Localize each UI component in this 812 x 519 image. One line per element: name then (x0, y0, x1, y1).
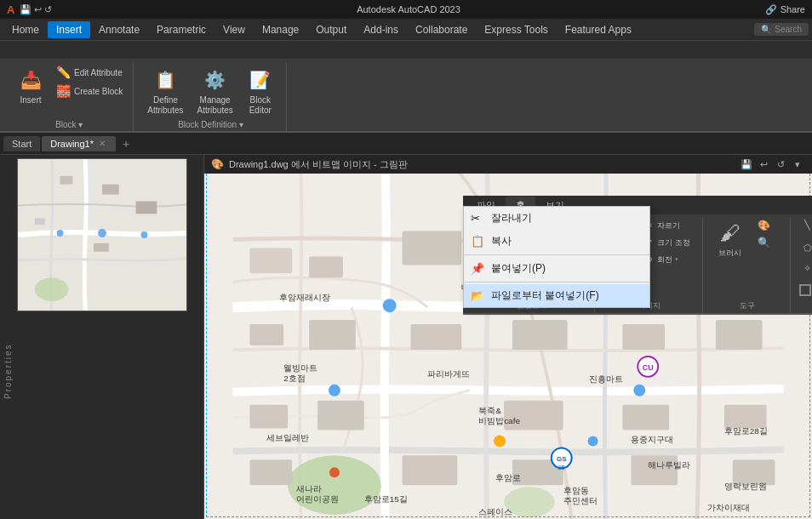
svg-rect-22 (512, 320, 568, 350)
insert-icon: 📥 (17, 66, 44, 94)
menu-parametric[interactable]: Parametric (148, 21, 214, 38)
menu-manage[interactable]: Manage (254, 21, 307, 38)
brush-button[interactable]: 🖌 브러시 (712, 218, 749, 260)
edit-attr-label: Edit Attribute (74, 68, 123, 78)
map-thumbnail (17, 158, 187, 311)
share-button[interactable]: 🔗 Share (765, 4, 805, 15)
tab-start-label: Start (12, 139, 31, 149)
svg-text:CU: CU (643, 363, 654, 372)
tools-group-label: 도구 (712, 300, 783, 313)
title-bar: A 💾 ↩ ↺ Autodesk AutoCAD 2023 🔗 Share (0, 0, 812, 19)
ctx-paste-label: 붙여넣기(P) (491, 261, 546, 276)
svg-rect-25 (249, 405, 288, 429)
tool1-button[interactable]: 🎨 (752, 218, 783, 233)
svg-point-41 (588, 436, 598, 446)
svg-text:가차이재대: 가차이재대 (707, 503, 750, 512)
svg-text:어린이공원: 어린이공원 (296, 494, 339, 504)
ctx-separator1 (464, 254, 649, 255)
ctx-cut-icon: ✂ (471, 212, 480, 225)
redo-icon[interactable]: ↺ (44, 4, 52, 15)
svg-point-38 (329, 385, 340, 396)
ctx-copy-label: 복사 (491, 234, 512, 248)
menu-collaborate[interactable]: Collaborate (407, 21, 476, 38)
shapes-row1: ╲ 〜 ▭ □ △ (799, 218, 812, 234)
tab-drawing1[interactable]: Drawing1* ✕ (42, 136, 116, 151)
insert-label: Insert (20, 95, 41, 106)
menu-view[interactable]: View (214, 21, 254, 38)
save-title-icon[interactable]: 💾 (739, 157, 754, 172)
new-tab-button[interactable]: + (117, 135, 134, 152)
tool2-icon: 🔍 (758, 237, 770, 248)
outline-preview (799, 284, 811, 296)
menu-search[interactable]: 🔍 Search (754, 23, 809, 36)
shapes-group-label: 도형 (799, 300, 812, 313)
drawing-area[interactable]: CU GS 25 후암재래시장 베스킨라빈스 몬테피오레 아파트 후암동 웰빙마… (204, 155, 812, 519)
redo-title-icon[interactable]: ↺ (773, 157, 788, 172)
search-label: Search (775, 25, 802, 34)
create-block-label: Create Block (74, 87, 123, 97)
insert-button[interactable]: 📥 Insert (12, 64, 49, 108)
create-block-button[interactable]: 🧱 Create Block (53, 83, 126, 100)
svg-text:스페이스: 스페이스 (478, 507, 512, 516)
manage-attributes-button[interactable]: ⚙️ ManageAttributes (192, 64, 238, 118)
block-editor-button[interactable]: 📝 BlockEditor (242, 64, 279, 118)
menu-annotate[interactable]: Annotate (90, 21, 148, 38)
ctx-paste[interactable]: 📌 붙여넣기(P) (464, 257, 649, 280)
drawing-filename: Drawing1.dwg 에서 비트맵 이미지 - 그림판 (229, 158, 408, 171)
svg-text:2호점: 2호점 (283, 374, 306, 383)
rotate-label: 회전 (657, 254, 672, 265)
outline-container: 윤곽선 ▾ (799, 284, 812, 296)
ribbon-content: 📥 Insert ✏️ Edit Attribute 🧱 Create Bloc… (0, 59, 812, 131)
menu-express-tools[interactable]: Express Tools (476, 21, 556, 38)
ribbon-group-block-def: 📋 DefineAttributes ⚙️ ManageAttributes 📝… (135, 62, 287, 131)
edit-attribute-button[interactable]: ✏️ Edit Attribute (53, 64, 126, 81)
menu-home[interactable]: Home (3, 21, 48, 38)
ribbon-group-block: 📥 Insert ✏️ Edit Attribute 🧱 Create Bloc… (5, 62, 134, 131)
svg-rect-15 (403, 231, 462, 265)
menu-featured-apps[interactable]: Featured Apps (557, 21, 640, 38)
rotate-arrow[interactable]: ▾ (675, 256, 678, 263)
svg-rect-19 (249, 324, 283, 345)
brush-label: 브러시 (718, 248, 741, 259)
svg-point-40 (494, 435, 506, 447)
svg-text:진흥마트: 진흥마트 (589, 374, 623, 384)
thumbnail-svg (18, 159, 186, 311)
shapes-row3: ✧ ☆ 💬 ♡ ⚡ (799, 261, 812, 276)
menu-addins[interactable]: Add-ins (355, 21, 407, 38)
svg-rect-4 (135, 201, 157, 214)
svg-rect-24 (716, 320, 763, 350)
outline-fill-row: 윤곽선 ▾ 채우기 ▾ (799, 284, 812, 296)
menu-insert[interactable]: Insert (48, 21, 90, 38)
svg-rect-3 (102, 185, 119, 195)
dropdown-title-icon[interactable]: ▾ (790, 157, 805, 172)
svg-rect-30 (249, 459, 292, 485)
save-icon[interactable]: 💾 (20, 4, 31, 15)
shape-star4[interactable]: ✧ (799, 261, 812, 276)
define-attributes-button[interactable]: 📋 DefineAttributes (142, 64, 188, 118)
svg-text:후암재래시장: 후암재래시장 (279, 293, 330, 302)
shape-pent[interactable]: ⬠ (799, 241, 812, 255)
ctx-separator2 (464, 282, 649, 282)
tool2-button[interactable]: 🔍 (752, 235, 783, 250)
ctx-copy-icon: 📋 (471, 235, 484, 248)
shape-line[interactable]: ╲ (799, 218, 812, 234)
tab-drawing1-close[interactable]: ✕ (97, 139, 107, 148)
svg-text:용중지구대: 용중지구대 (631, 435, 673, 444)
svg-rect-13 (249, 248, 292, 273)
ctx-cut[interactable]: ✂ 잘라내기 (464, 207, 649, 230)
shapes-group: ╲ 〜 ▭ □ △ (792, 218, 812, 313)
image-editor-title-row: 🎨 Drawing1.dwg 에서 비트맵 이미지 - 그림판 💾 ↩ ↺ ▾ (204, 155, 812, 174)
ctx-paste-from-file[interactable]: 📂 파일로부터 붙여넣기(F) (464, 284, 649, 307)
svg-point-39 (633, 385, 645, 396)
menu-output[interactable]: Output (307, 21, 355, 38)
undo-title-icon[interactable]: ↩ (756, 157, 771, 172)
undo-icon[interactable]: ↩ (34, 4, 42, 15)
svg-rect-14 (309, 256, 343, 277)
left-panel: Properties (0, 155, 204, 519)
svg-rect-29 (724, 405, 767, 429)
ribbon: 📥 Insert ✏️ Edit Attribute 🧱 Create Bloc… (0, 41, 812, 133)
ctx-copy[interactable]: 📋 복사 (464, 230, 649, 253)
manage-attr-icon: ⚙️ (202, 66, 229, 94)
tab-drawing1-label: Drawing1* (50, 139, 94, 149)
tab-start[interactable]: Start (3, 136, 40, 151)
